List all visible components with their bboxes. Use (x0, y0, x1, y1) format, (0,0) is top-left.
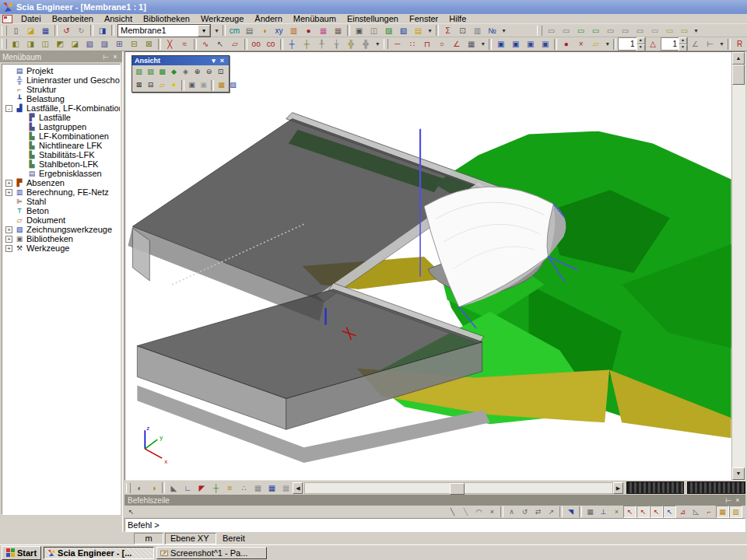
tree-item-dokument[interactable]: ▱Dokument (2, 215, 120, 225)
hscroll-thumb[interactable] (450, 483, 465, 495)
model-viewport[interactable]: z y x Ansicht ▾ × ▧▨▩◆◈⊕⊖⊡ ⊠⊟▱●▣▣▦▨ ▲ ▼ (124, 51, 745, 481)
window-layout-3[interactable]: ▭ (573, 24, 588, 37)
status-plane[interactable]: Ebene XY (165, 533, 216, 544)
snap-curve-button[interactable]: ◠ (472, 506, 486, 518)
status-units[interactable]: m (134, 533, 163, 544)
check-data-button[interactable]: ⊡ (455, 24, 470, 37)
cursor-snap-end-button[interactable]: ↖ (637, 506, 650, 518)
scale-ruler-button[interactable]: ⊢ (703, 37, 717, 51)
view-perspective-button[interactable]: ◈ (180, 66, 191, 78)
view-side-button[interactable]: ▩ (156, 66, 168, 78)
viewport-hscrollbar[interactable] (304, 482, 613, 494)
tree-expander-icon[interactable]: + (5, 245, 12, 252)
toolbar-grip[interactable] (2, 39, 7, 49)
extend-member-button[interactable]: ⊠ (142, 37, 156, 51)
menu-hilfe[interactable]: Hilfe (444, 14, 472, 24)
cursor-snap-ortho-button[interactable]: ⊿ (676, 506, 689, 518)
start-button[interactable]: Start (2, 546, 41, 560)
layers-button[interactable]: ▤ (242, 24, 257, 37)
close-icon[interactable]: × (110, 53, 120, 61)
window-layout-5[interactable]: ▭ (603, 24, 618, 37)
ansicht-title-bar[interactable]: Ansicht ▾ × (132, 56, 229, 65)
toolbar-grip[interactable] (126, 483, 131, 493)
window-duplicate-button[interactable]: ▣ (538, 37, 552, 51)
geometry-overflow[interactable]: ▾ (479, 37, 487, 51)
axes-display-button[interactable]: ┼ (209, 481, 223, 495)
print-view-button[interactable]: ▣ (186, 79, 198, 91)
window-layout-8[interactable]: ▭ (647, 24, 662, 37)
tree-item-lf-kombinationen[interactable]: ▙LF-Kombinationen (2, 131, 120, 141)
draw-line-button[interactable]: ─ (390, 37, 405, 51)
scroll-down-icon[interactable]: ▼ (732, 467, 745, 480)
align-button[interactable]: ▧ (82, 37, 97, 51)
results-table-button[interactable]: ▦ (265, 481, 279, 495)
rendering-button[interactable]: ◑ (146, 481, 160, 495)
pin-icon[interactable]: ⊥ (101, 53, 110, 61)
history-button[interactable]: ◑ (257, 24, 272, 37)
draw-circle-button[interactable]: ○ (434, 37, 449, 51)
tree-item-lastfaelle[interactable]: ▛Lastfälle (2, 113, 120, 122)
redo-button[interactable]: ↻ (74, 24, 89, 37)
tree-item-absenzen[interactable]: +▛Absenzen (2, 178, 120, 187)
cursor-snap-edge-button[interactable]: ↖ (663, 506, 676, 518)
taskbar-task-scia[interactable]: Scia Engineer - [... (44, 547, 154, 559)
project-item-combobox[interactable]: Membrane1 ▾ (117, 24, 211, 37)
scroll-left-icon[interactable]: ◀ (293, 482, 303, 494)
menu-werkzeuge[interactable]: Werkzeuge (195, 14, 249, 24)
tree-item-struktur[interactable]: ⌐Struktur (2, 85, 120, 94)
tree-item-bibliotheken[interactable]: +▣Bibliotheken (2, 234, 120, 243)
clipboard-view-button[interactable]: ▦ (216, 79, 227, 91)
active-document-icon[interactable] (2, 15, 12, 23)
window-layout-2[interactable]: ▭ (559, 24, 573, 37)
spinner-down-icon[interactable]: ▼ (637, 44, 645, 51)
print-preview-button[interactable]: ◫ (366, 24, 381, 37)
command-input[interactable]: Befehl > (124, 518, 745, 532)
ansicht-floating-toolbar[interactable]: Ansicht ▾ × ▧▨▩◆◈⊕⊖⊡ ⊠⊟▱●▣▣▦▨ (132, 55, 230, 93)
cursor-snap-node-button[interactable]: ↖ (623, 506, 637, 518)
window-layout-9[interactable]: ▭ (662, 24, 677, 37)
close-icon[interactable]: × (733, 496, 742, 505)
tree-item-ergebnisklassen[interactable]: ▤Ergebnisklassen (2, 169, 120, 178)
snap-ortho-button[interactable]: ⊥ (597, 506, 610, 518)
save-button[interactable]: ▦ (38, 24, 53, 37)
statistics-button[interactable]: ▥ (470, 24, 485, 37)
explode-button[interactable]: ╳ (163, 37, 177, 51)
tree-item-stahlbeton-lfk[interactable]: ▙Stahlbeton-LFK (2, 159, 120, 169)
draw-angle-button[interactable]: ∠ (449, 37, 464, 51)
tree-item-belastung[interactable]: ┺Belastung (2, 94, 120, 103)
trim-member-button[interactable]: ⊟ (127, 37, 142, 51)
tree-expander-icon[interactable]: + (5, 180, 12, 187)
docked-window-tab[interactable] (626, 481, 685, 494)
select-chain-button[interactable]: co (264, 37, 279, 51)
snap-arc-button[interactable]: ╲ (459, 506, 472, 518)
window-layout-4[interactable]: ▭ (588, 24, 603, 37)
print-button[interactable]: ▣ (352, 24, 366, 37)
layer-r-button[interactable]: R (732, 37, 747, 51)
params-display-button[interactable]: ≡ (223, 481, 237, 495)
tracking-flag-button[interactable]: ◥ (564, 506, 577, 518)
move-node-button[interactable]: ◧ (9, 37, 23, 51)
grid-table-button[interactable]: ▦ (251, 481, 265, 495)
docked-window-tab[interactable] (687, 481, 745, 494)
supports-display-button[interactable]: ◣ (167, 481, 181, 495)
copy-view-button[interactable]: ▣ (198, 79, 209, 91)
toolbar-grip[interactable] (537, 26, 542, 36)
units-button[interactable]: cm (227, 24, 242, 37)
tree-expander-icon[interactable]: + (5, 189, 12, 196)
tree-item-stahl[interactable]: ⊫Stahl (2, 197, 120, 206)
tree-item-projekt[interactable]: ▤Projekt (2, 66, 120, 75)
scale-button[interactable]: ◪ (68, 37, 82, 51)
tree-item-nichtlineare-lfk[interactable]: ▙Nichtlineare LFK (2, 141, 120, 150)
ucs-move-button[interactable]: ╀ (314, 37, 329, 51)
menu-ansicht[interactable]: Ansicht (99, 14, 138, 24)
copy-node-button[interactable]: ◨ (23, 37, 38, 51)
clip-box-button[interactable]: ∠ (688, 37, 703, 51)
picture-button[interactable]: ▨ (381, 24, 396, 37)
tree-expander-icon[interactable]: + (5, 226, 12, 233)
zoom-in-button[interactable]: ⊕ (191, 66, 203, 78)
view-front-button[interactable]: ▨ (145, 66, 156, 78)
shading-button[interactable]: ◐ (132, 481, 146, 495)
tree-item-stabilitaets-lfk[interactable]: ▙Stabilitäts-LFK (2, 150, 120, 159)
structure-overflow[interactable]: ▾ (374, 37, 382, 51)
ucs-xz-button[interactable]: ┼ (300, 37, 314, 51)
